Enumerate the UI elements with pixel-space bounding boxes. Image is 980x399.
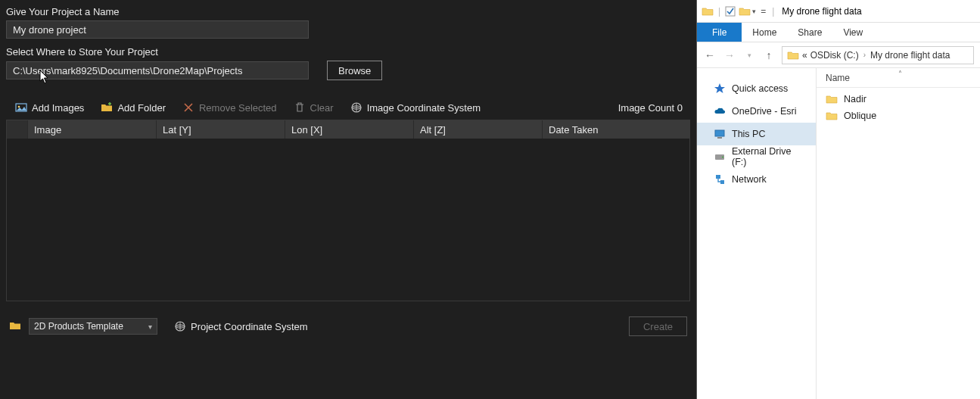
- chevron-down-icon: ▾: [148, 323, 152, 331]
- trash-icon: [294, 101, 306, 114]
- clear-button[interactable]: Clear: [294, 101, 334, 114]
- svg-rect-9: [717, 137, 722, 139]
- explorer-ribbon-tabs: File Home Share View: [697, 23, 980, 42]
- image-toolbar: Add Images Add Folder Remove Selected Cl…: [6, 94, 690, 118]
- project-coordinate-system-button[interactable]: Project Coordinate System: [174, 320, 308, 332]
- remove-icon: [182, 101, 194, 114]
- column-lon[interactable]: Lon [X]: [285, 120, 414, 139]
- breadcrumb-folder[interactable]: My drone flight data: [870, 50, 950, 61]
- explorer-address-bar: ← → ▾ ↑ « OSDisk (C:) › My drone flight …: [697, 42, 980, 68]
- column-date[interactable]: Date Taken: [543, 120, 689, 139]
- address-box[interactable]: « OSDisk (C:) › My drone flight data: [782, 46, 974, 64]
- tab-home[interactable]: Home: [742, 23, 787, 42]
- create-button[interactable]: Create: [629, 316, 687, 336]
- globe-icon: [174, 320, 186, 332]
- tab-view[interactable]: View: [832, 23, 873, 42]
- network-icon: [714, 173, 726, 185]
- folder-item[interactable]: Nadir: [817, 91, 980, 108]
- drive-icon: [714, 151, 726, 163]
- svg-rect-13: [720, 180, 724, 184]
- svg-rect-7: [726, 7, 735, 16]
- svg-point-11: [722, 157, 723, 158]
- table-select-column[interactable]: [7, 120, 28, 139]
- add-folder-button[interactable]: Add Folder: [101, 101, 166, 114]
- project-setup-panel: Give Your Project a Name Select Where to…: [0, 0, 696, 399]
- template-select[interactable]: 2D Products Template ▾: [29, 318, 157, 335]
- explorer-titlebar: | ▾ = | My drone flight data: [697, 0, 980, 23]
- folder-add-icon: [101, 101, 113, 114]
- image-coordinate-system-button[interactable]: Image Coordinate System: [350, 101, 481, 114]
- browse-button[interactable]: Browse: [327, 61, 382, 80]
- sort-asc-icon: ˄: [898, 70, 902, 78]
- project-name-input[interactable]: [6, 20, 309, 39]
- checkbox-icon: [725, 6, 736, 17]
- add-images-button[interactable]: Add Images: [15, 101, 84, 114]
- svg-rect-12: [716, 175, 720, 179]
- table-body: [7, 139, 689, 301]
- store-path-input[interactable]: [6, 61, 309, 79]
- image-count-label: Image Count 0: [618, 102, 689, 114]
- remove-selected-button[interactable]: Remove Selected: [182, 101, 277, 114]
- explorer-window: | ▾ = | My drone flight data File Home S…: [696, 0, 980, 399]
- svg-point-1: [18, 106, 20, 108]
- folder-icon: [739, 6, 751, 17]
- explorer-nav-pane: Quick access OneDrive - Esri This PC Ext…: [697, 68, 817, 399]
- table-header: Image Lat [Y] Lon [X] Alt [Z] Date Taken: [7, 120, 689, 139]
- nav-external-drive[interactable]: External Drive (F:): [697, 145, 816, 168]
- nav-forward-icon[interactable]: →: [723, 49, 736, 61]
- nav-this-pc[interactable]: This PC: [697, 123, 816, 145]
- column-alt[interactable]: Alt [Z]: [414, 120, 543, 139]
- tab-file[interactable]: File: [697, 23, 742, 42]
- nav-up-icon[interactable]: ↑: [762, 49, 776, 61]
- svg-rect-8: [715, 130, 724, 136]
- nav-network[interactable]: Network: [697, 168, 816, 191]
- project-footer: 2D Products Template ▾ Project Coordinat…: [6, 316, 690, 336]
- folder-icon: [826, 111, 838, 121]
- image-icon: [15, 101, 27, 114]
- nav-onedrive[interactable]: OneDrive - Esri: [697, 100, 816, 123]
- globe-icon: [350, 101, 362, 114]
- pc-icon: [714, 128, 726, 140]
- star-icon: [714, 83, 726, 95]
- folder-icon: [702, 6, 714, 17]
- breadcrumb-drive[interactable]: OSDisk (C:): [810, 50, 859, 61]
- nav-history-icon[interactable]: ▾: [742, 51, 756, 59]
- nav-quick-access[interactable]: Quick access: [697, 77, 816, 100]
- nav-back-icon[interactable]: ←: [703, 49, 717, 61]
- cloud-icon: [714, 105, 726, 117]
- explorer-content: ˄ Name Nadir Oblique: [817, 68, 980, 399]
- explorer-title: My drone flight data: [782, 6, 861, 17]
- column-lat[interactable]: Lat [Y]: [157, 120, 285, 139]
- column-image[interactable]: Image: [28, 120, 157, 139]
- tab-share[interactable]: Share: [787, 23, 832, 42]
- project-name-label: Give Your Project a Name: [6, 6, 690, 17]
- content-header[interactable]: ˄ Name: [817, 68, 980, 88]
- template-folder-icon: [9, 320, 21, 333]
- image-table: Image Lat [Y] Lon [X] Alt [Z] Date Taken: [6, 120, 690, 301]
- folder-icon: [826, 94, 838, 104]
- store-location-label: Select Where to Store Your Project: [6, 46, 690, 58]
- folder-item[interactable]: Oblique: [817, 108, 980, 124]
